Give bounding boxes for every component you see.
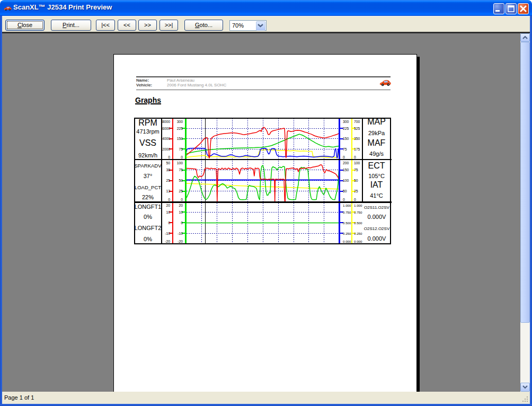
svg-text:37°: 37° [144, 173, 153, 179]
svg-text:0: 0 [181, 198, 183, 201]
svg-text:1.000: 1.000 [343, 204, 351, 207]
svg-text:0: 0 [343, 155, 345, 159]
svg-text:2000: 2000 [162, 147, 170, 151]
svg-text:0.500: 0.500 [343, 221, 351, 225]
svg-text:150: 150 [343, 137, 349, 140]
svg-text:13: 13 [166, 189, 170, 193]
svg-text:150: 150 [177, 137, 183, 140]
svg-text:0.250: 0.250 [343, 232, 351, 235]
svg-text:10: 10 [166, 210, 170, 214]
svg-text:25: 25 [354, 189, 358, 193]
svg-text:150: 150 [343, 168, 349, 172]
svg-text:0: 0 [168, 221, 170, 225]
svg-text:10: 10 [179, 210, 183, 214]
svg-text:0: 0 [343, 198, 345, 201]
svg-text:0.250: 0.250 [354, 232, 362, 235]
svg-text:MAP: MAP [367, 117, 386, 126]
svg-text:75: 75 [354, 168, 358, 172]
svg-text:MAF: MAF [368, 138, 386, 147]
svg-text:350: 350 [354, 137, 360, 140]
svg-text:0.500: 0.500 [354, 221, 362, 225]
svg-text:LONGFT2: LONGFT2 [135, 225, 162, 231]
svg-text:LOAD_PCT: LOAD_PCT [135, 184, 161, 190]
svg-text:4713rpm: 4713rpm [136, 128, 159, 135]
svg-text:0: 0 [168, 155, 170, 159]
svg-text:0.750: 0.750 [354, 210, 362, 214]
svg-text:O2S11.O2SV: O2S11.O2SV [364, 205, 390, 210]
svg-text:-20: -20 [165, 240, 170, 243]
svg-text:49g/s: 49g/s [369, 151, 384, 157]
svg-text:225: 225 [177, 127, 183, 130]
svg-text:100: 100 [343, 179, 349, 182]
svg-text:20: 20 [166, 204, 170, 207]
svg-text:-10: -10 [178, 232, 183, 235]
svg-text:1.000: 1.000 [354, 204, 362, 207]
svg-text:525: 525 [354, 127, 360, 130]
svg-text:175: 175 [354, 147, 360, 151]
svg-text:0.000: 0.000 [343, 240, 351, 243]
svg-text:SPARKADV: SPARKADV [134, 163, 162, 169]
svg-text:0.000V: 0.000V [368, 214, 387, 220]
svg-text:ECT: ECT [368, 161, 385, 170]
svg-text:50: 50 [179, 179, 183, 182]
svg-text:0.000: 0.000 [354, 240, 362, 243]
svg-text:50: 50 [343, 189, 347, 193]
svg-text:-20: -20 [178, 240, 183, 243]
svg-text:25: 25 [179, 189, 183, 193]
svg-text:0: 0 [354, 198, 356, 201]
svg-text:0.000V: 0.000V [368, 235, 387, 242]
svg-text:0: 0 [181, 221, 183, 225]
svg-text:0.750: 0.750 [343, 210, 351, 214]
svg-text:O2S12.O2SV: O2S12.O2SV [364, 226, 390, 231]
svg-text:75: 75 [179, 168, 183, 172]
svg-text:300: 300 [177, 120, 183, 123]
svg-text:41°C: 41°C [370, 192, 383, 199]
svg-text:92km/h: 92km/h [138, 152, 157, 158]
svg-text:0: 0 [181, 155, 183, 159]
svg-text:4000: 4000 [162, 137, 170, 140]
svg-text:105°C: 105°C [368, 173, 385, 179]
svg-text:-10: -10 [165, 232, 170, 235]
svg-text:50: 50 [166, 161, 170, 165]
svg-text:300: 300 [343, 120, 349, 123]
svg-text:22%: 22% [142, 194, 154, 200]
svg-text:25: 25 [166, 179, 170, 182]
svg-text:100: 100 [354, 161, 360, 165]
svg-text:0: 0 [168, 198, 170, 201]
svg-text:29kPa: 29kPa [368, 130, 385, 136]
svg-text:225: 225 [343, 127, 349, 130]
svg-text:IAT: IAT [370, 180, 383, 189]
svg-text:200: 200 [343, 161, 349, 165]
svg-text:6000: 6000 [162, 127, 170, 130]
svg-text:RPM: RPM [138, 118, 157, 127]
svg-text:75: 75 [343, 147, 347, 151]
svg-text:VSS: VSS [139, 138, 156, 147]
svg-text:700: 700 [354, 120, 360, 123]
svg-text:100: 100 [177, 161, 183, 165]
svg-text:LONGFT1: LONGFT1 [135, 204, 162, 210]
svg-text:0: 0 [354, 155, 356, 159]
svg-text:8000: 8000 [162, 120, 170, 123]
svg-text:50: 50 [354, 179, 358, 182]
svg-text:20: 20 [179, 204, 183, 207]
svg-text:38: 38 [166, 168, 170, 172]
svg-text:0%: 0% [144, 236, 152, 242]
svg-text:0%: 0% [144, 214, 152, 220]
svg-text:75: 75 [179, 147, 183, 151]
